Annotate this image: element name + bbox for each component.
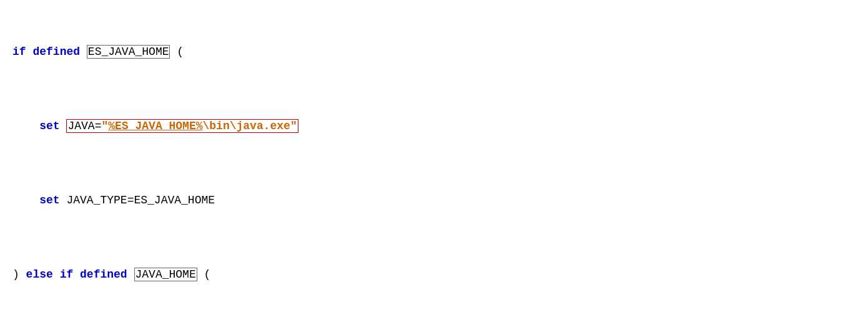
keyword-if: if bbox=[12, 46, 26, 58]
es-java-home-highlight: ES_JAVA_HOME bbox=[87, 45, 170, 59]
paren: ) bbox=[12, 268, 26, 281]
java-home-highlight: JAVA_HOME bbox=[134, 268, 197, 281]
keyword-set: set bbox=[39, 120, 59, 132]
plain-text: ( bbox=[197, 268, 211, 281]
keyword-defined: defined bbox=[32, 46, 80, 58]
keyword-defined2: defined bbox=[80, 268, 127, 281]
plain-text bbox=[60, 120, 67, 132]
java-set-highlight: JAVA="%ES_JAVA_HOME%\bin\java.exe" bbox=[66, 119, 298, 133]
code-block: if defined ES_JAVA_HOME ( set JAVA="%ES_… bbox=[12, 6, 856, 330]
es-java-home-text: ES_JAVA_HOME bbox=[88, 46, 169, 58]
java-path: \bin\java.exe" bbox=[203, 120, 297, 132]
java-var: JAVA= bbox=[67, 120, 101, 132]
indent bbox=[12, 194, 39, 206]
java-home-text: JAVA_HOME bbox=[136, 268, 196, 281]
line-3: set JAVA_TYPE=ES_JAVA_HOME bbox=[12, 192, 856, 210]
plain-text bbox=[73, 268, 80, 281]
plain-text: ( bbox=[170, 46, 184, 58]
plain-text bbox=[53, 268, 60, 281]
plain-text: JAVA_TYPE=ES_JAVA_HOME bbox=[60, 194, 215, 206]
plain-text bbox=[26, 46, 33, 58]
keyword-if2: if bbox=[60, 268, 74, 281]
line-1: if defined ES_JAVA_HOME ( bbox=[12, 43, 856, 62]
indent bbox=[12, 120, 39, 132]
es-java-home-var: %ES_JAVA_HOME% bbox=[108, 120, 202, 132]
line-4: ) else if defined JAVA_HOME ( bbox=[12, 266, 856, 284]
keyword-set2: set bbox=[39, 194, 59, 206]
java-string-open: " bbox=[101, 120, 108, 132]
plain-text bbox=[127, 268, 134, 281]
plain-text bbox=[80, 46, 87, 58]
keyword-else: else bbox=[26, 268, 53, 281]
line-2: set JAVA="%ES_JAVA_HOME%\bin\java.exe" bbox=[12, 117, 856, 136]
